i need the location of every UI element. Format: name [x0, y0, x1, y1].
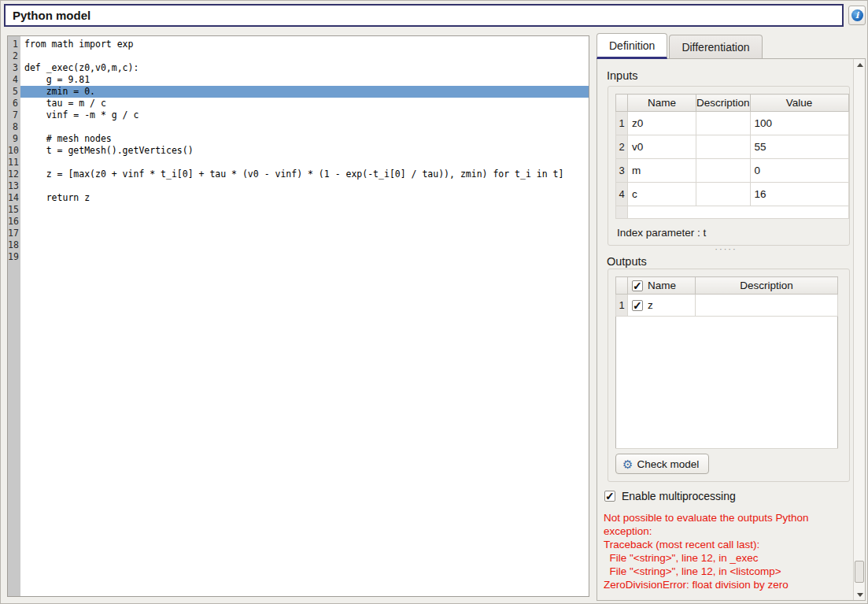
- code-line-6[interactable]: 6 tau = m / c: [8, 98, 589, 109]
- input-name-cell[interactable]: c: [628, 183, 696, 206]
- inputs-corner-header: [616, 94, 628, 112]
- row-number: [616, 206, 628, 219]
- code-text: [20, 157, 589, 169]
- code-text: # mesh nodes: [20, 133, 589, 145]
- arrow-up-icon: [857, 63, 863, 67]
- line-number: 12: [8, 169, 20, 180]
- empty-cell: [616, 317, 838, 449]
- error-line: File "<string>", line 12, in <listcomp>: [604, 565, 846, 578]
- page-title: Python model: [13, 9, 90, 22]
- line-number: 18: [8, 239, 20, 251]
- code-line-3[interactable]: 3def _exec(z0,v0,m,c):: [8, 62, 589, 74]
- input-name-cell[interactable]: z0: [628, 112, 696, 135]
- input-description-cell[interactable]: [696, 112, 751, 135]
- check-model-button[interactable]: ⚙ Check model: [615, 454, 709, 474]
- scrollbar-thumb[interactable]: [855, 561, 864, 583]
- row-number: 2: [616, 135, 628, 159]
- code-line-9[interactable]: 9 # mesh nodes: [8, 133, 589, 145]
- code-line-12[interactable]: 12 z = [max(z0 + vinf * t_i[0] + tau * (…: [8, 169, 589, 180]
- outputs-section-label: Outputs: [607, 255, 647, 268]
- input-description-cell[interactable]: [696, 135, 751, 159]
- input-value-cell[interactable]: 55: [750, 135, 848, 159]
- outputs-name-header[interactable]: Name: [628, 277, 696, 295]
- row-number: 3: [616, 159, 628, 183]
- table-empty-area: [616, 317, 838, 449]
- code-line-13[interactable]: 13: [8, 180, 589, 192]
- line-number: 6: [8, 98, 20, 109]
- code-text: [20, 228, 589, 239]
- code-line-15[interactable]: 15: [8, 204, 589, 216]
- code-line-2[interactable]: 2: [8, 50, 589, 62]
- index-parameter-label: Index parameter : t: [617, 227, 706, 239]
- code-editor[interactable]: 1from math import exp23def _exec(z0,v0,m…: [7, 35, 589, 597]
- code-line-4[interactable]: 4 g = 9.81: [8, 74, 589, 86]
- input-row: 4c16: [616, 183, 849, 206]
- info-button[interactable]: i: [848, 6, 866, 25]
- inputs-value-header[interactable]: Value: [750, 94, 848, 112]
- line-number: 5: [8, 86, 20, 98]
- line-number: 13: [8, 180, 20, 192]
- error-line: File "<string>", line 12, in _exec: [604, 551, 846, 565]
- output-description-cell[interactable]: [696, 295, 838, 317]
- code-line-10[interactable]: 10 t = getMesh().getVertices(): [8, 145, 589, 157]
- input-value-cell[interactable]: 0: [750, 159, 848, 183]
- inputs-name-header[interactable]: Name: [628, 94, 696, 112]
- code-line-19[interactable]: 19: [8, 251, 589, 263]
- outputs-name-header-label: Name: [648, 280, 676, 291]
- code-line-11[interactable]: 11: [8, 157, 589, 169]
- code-text: [20, 216, 589, 228]
- tab-definition-label: Definition: [609, 39, 655, 52]
- code-line-7[interactable]: 7 vinf = -m * g / c: [8, 109, 589, 121]
- code-line-5[interactable]: 5 zmin = 0.: [8, 86, 589, 98]
- check-model-label: Check model: [637, 458, 699, 470]
- line-number: 17: [8, 228, 20, 239]
- scroll-up-button[interactable]: [854, 59, 866, 70]
- outputs-description-header[interactable]: Description: [696, 277, 838, 295]
- code-line-18[interactable]: 18: [8, 239, 589, 251]
- inputs-section-label: Inputs: [607, 69, 638, 82]
- output-name-label: z: [648, 299, 653, 311]
- tab-definition[interactable]: Definition: [597, 33, 667, 59]
- code-text: [20, 251, 589, 263]
- outputs-table: Name Description 1z: [615, 276, 838, 449]
- input-description-cell[interactable]: [696, 183, 751, 206]
- code-line-17[interactable]: 17: [8, 228, 589, 239]
- input-name-cell[interactable]: v0: [628, 135, 696, 159]
- code-text: z = [max(z0 + vinf * t_i[0] + tau * (v0 …: [20, 169, 589, 180]
- code-text: def _exec(z0,v0,m,c):: [20, 62, 589, 74]
- model-name-field[interactable]: Python model: [4, 4, 844, 27]
- inputs-description-header[interactable]: Description: [696, 94, 751, 112]
- splitter-handle[interactable]: ·····: [597, 246, 855, 251]
- code-text: zmin = 0.: [20, 86, 589, 98]
- output-name-cell[interactable]: z: [628, 295, 696, 317]
- enable-multiprocessing-checkbox[interactable]: Enable multiprocessing: [604, 490, 736, 502]
- error-line: ZeroDivisionError: float division by zer…: [604, 578, 846, 591]
- python-model-window: Python model i 1from math import exp23de…: [0, 0, 868, 604]
- outputs-select-all-checkbox[interactable]: [632, 280, 643, 291]
- scroll-down-button[interactable]: [854, 589, 866, 600]
- code-text: return z: [20, 192, 589, 204]
- code-line-16[interactable]: 16: [8, 216, 589, 228]
- tab-differentiation[interactable]: Differentiation: [669, 35, 762, 59]
- checkbox-icon: [604, 491, 615, 502]
- line-number: 1: [8, 39, 20, 50]
- line-number: 11: [8, 157, 20, 169]
- empty-cell: [628, 206, 849, 219]
- error-message: Not possible to evaluate the outputs Pyt…: [604, 511, 846, 591]
- output-checkbox[interactable]: [632, 300, 643, 311]
- tab-bar: Definition Differentiation: [597, 33, 763, 59]
- code-line-8[interactable]: 8: [8, 121, 589, 133]
- input-name-cell[interactable]: m: [628, 159, 696, 183]
- input-value-cell[interactable]: 100: [750, 112, 848, 135]
- code-text: [20, 180, 589, 192]
- code-line-1[interactable]: 1from math import exp: [8, 39, 589, 50]
- tab-differentiation-label: Differentiation: [681, 41, 749, 54]
- arrow-down-icon: [857, 593, 863, 597]
- code-text: vinf = -m * g / c: [20, 109, 589, 121]
- row-number: 1: [616, 112, 628, 135]
- input-value-cell[interactable]: 16: [750, 183, 848, 206]
- panel-scrollbar[interactable]: [853, 59, 865, 600]
- input-description-cell[interactable]: [696, 159, 751, 183]
- code-line-14[interactable]: 14 return z: [8, 192, 589, 204]
- code-text: [20, 239, 589, 251]
